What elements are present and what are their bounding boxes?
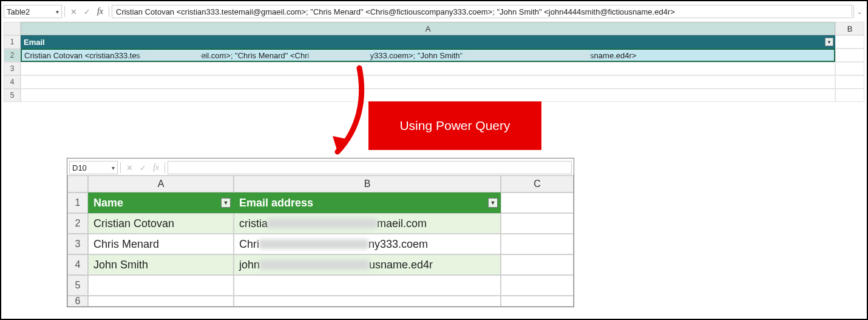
cell-A5[interactable] <box>21 89 835 102</box>
select-all-corner[interactable] <box>67 175 88 192</box>
fx-button[interactable]: fx <box>94 5 106 18</box>
column-header-B[interactable]: B <box>835 22 864 35</box>
name-box-top[interactable]: Table2 ▾ <box>4 5 62 18</box>
fx-icon: fx <box>153 163 159 172</box>
email-prefix: john <box>239 259 260 271</box>
row-header-3[interactable]: 3 <box>4 62 21 75</box>
cell-B3[interactable]: Chri ny333.coem <box>234 234 501 254</box>
cell-C5[interactable] <box>501 275 574 296</box>
name-box-value: D10 <box>72 163 87 172</box>
cell-C2[interactable] <box>501 213 574 234</box>
accept-formula-button[interactable]: ✓ <box>137 162 149 174</box>
filter-button[interactable]: ▼ <box>825 38 833 46</box>
cell-B2[interactable]: cristia maeil.com <box>234 213 501 234</box>
row-2: 2 Cristian Cotovan cristia maeil.com <box>67 213 574 234</box>
filter-icon: ▼ <box>827 39 832 45</box>
row-header-1[interactable]: 1 <box>67 192 88 213</box>
cell-A5[interactable] <box>88 275 234 296</box>
expand-formula-button[interactable]: ⌄ <box>853 5 864 18</box>
row-header-2[interactable]: 2 <box>4 49 21 62</box>
row-3: 3 Chris Menard Chri ny333.coem <box>67 234 574 254</box>
cell-C4[interactable] <box>501 254 574 275</box>
row-header-6[interactable]: 6 <box>67 296 88 307</box>
redacted-segment <box>140 51 201 60</box>
column-header-A[interactable]: A <box>88 175 234 192</box>
cell-A4[interactable] <box>21 75 835 89</box>
table-header-name[interactable]: Name ▼ <box>88 192 234 213</box>
check-icon: ✓ <box>84 7 90 16</box>
column-header-A[interactable]: A <box>21 22 835 35</box>
row-6: 6 <box>67 296 574 307</box>
column-header-row: A B C <box>67 175 574 192</box>
email-prefix: Chri <box>239 238 259 251</box>
cell-text-segment: Cristian Cotovan <cristian333.tes <box>24 51 140 60</box>
cell-A4[interactable]: John Smith <box>88 254 234 275</box>
chevron-down-icon: ▾ <box>112 165 115 171</box>
formula-bar-bottom: D10 ▾ ✕ ✓ fx <box>67 158 574 175</box>
row-header-2[interactable]: 2 <box>67 213 88 234</box>
row-5: 5 <box>4 89 864 102</box>
separator <box>164 162 165 173</box>
cell-B6[interactable] <box>234 296 501 307</box>
row-1: 1 Name ▼ Email address ▼ <box>67 192 574 213</box>
cell-A6[interactable] <box>88 296 234 307</box>
row-5: 5 <box>67 275 574 296</box>
row-3: 3 <box>4 62 864 75</box>
column-header-B[interactable]: B <box>234 175 501 192</box>
svg-marker-0 <box>333 136 350 152</box>
cell-B2[interactable] <box>835 49 864 62</box>
cancel-formula-button[interactable]: ✕ <box>67 5 80 18</box>
formula-input-bottom[interactable] <box>168 161 572 174</box>
separator <box>109 6 109 17</box>
row-4: 4 <box>4 75 864 89</box>
filter-button[interactable]: ▼ <box>221 198 231 208</box>
cell-B5[interactable] <box>835 89 864 102</box>
filter-button[interactable]: ▼ <box>488 198 498 208</box>
table-header-email[interactable]: Email ▼ <box>21 35 835 49</box>
cell-C3[interactable] <box>501 234 574 254</box>
redacted-segment <box>463 51 590 60</box>
select-all-corner[interactable] <box>4 22 21 35</box>
column-header-row: A B <box>4 22 864 35</box>
separator <box>120 162 121 173</box>
formula-text: Cristian Cotovan <cristian333.testemail@… <box>116 7 675 16</box>
cell-A3[interactable]: Chris Menard <box>88 234 234 254</box>
table-header-email[interactable]: Email address ▼ <box>234 192 501 213</box>
row-header-4[interactable]: 4 <box>4 75 21 89</box>
cell-B4[interactable] <box>835 75 864 89</box>
column-header-C[interactable]: C <box>501 175 574 192</box>
cell-C1[interactable] <box>501 192 574 213</box>
row-2: 2 Cristian Cotovan <cristian333.tes eil.… <box>4 49 864 62</box>
row-header-5[interactable]: 5 <box>67 275 88 296</box>
email-suffix: maeil.com <box>377 217 427 230</box>
redacted-segment <box>260 260 369 270</box>
fx-button[interactable]: fx <box>150 162 162 174</box>
redacted-segment <box>268 219 377 228</box>
row-header-3[interactable]: 3 <box>67 234 88 254</box>
row-header-4[interactable]: 4 <box>67 254 88 275</box>
cell-B1[interactable] <box>835 35 864 49</box>
cell-A2-selected[interactable]: Cristian Cotovan <cristian333.tes eil.co… <box>21 49 835 62</box>
cancel-formula-button[interactable]: ✕ <box>123 162 135 174</box>
cell-B4[interactable]: john usname.ed4r <box>234 254 501 275</box>
row-header-1[interactable]: 1 <box>4 35 21 49</box>
formula-input-top[interactable]: Cristian Cotovan <cristian333.testemail@… <box>112 5 852 18</box>
name-box-bottom[interactable]: D10 ▾ <box>69 161 118 174</box>
row-1: 1 Email ▼ <box>4 35 864 49</box>
cell-B3[interactable] <box>835 62 864 75</box>
row-4: 4 John Smith john usname.ed4r <box>67 254 574 275</box>
cell-B5[interactable] <box>234 275 501 296</box>
check-icon: ✓ <box>140 163 146 172</box>
chevron-down-icon: ▾ <box>56 9 59 15</box>
row-header-5[interactable]: 5 <box>4 89 21 102</box>
header-label: Email <box>24 38 45 47</box>
chevron-down-icon: ⌄ <box>857 9 862 15</box>
cell-A3[interactable] <box>21 62 835 75</box>
formula-bar-top: Table2 ▾ ✕ ✓ fx Cristian Cotovan <cristi… <box>4 4 864 19</box>
filter-icon: ▼ <box>490 200 496 206</box>
accept-formula-button[interactable]: ✓ <box>81 5 93 18</box>
cell-C6[interactable] <box>501 296 574 307</box>
worksheet-bottom: D10 ▾ ✕ ✓ fx A B C 1 Name ▼ Email addres… <box>67 158 574 307</box>
name-box-value: Table2 <box>7 7 30 16</box>
cell-A2[interactable]: Cristian Cotovan <box>88 213 234 234</box>
